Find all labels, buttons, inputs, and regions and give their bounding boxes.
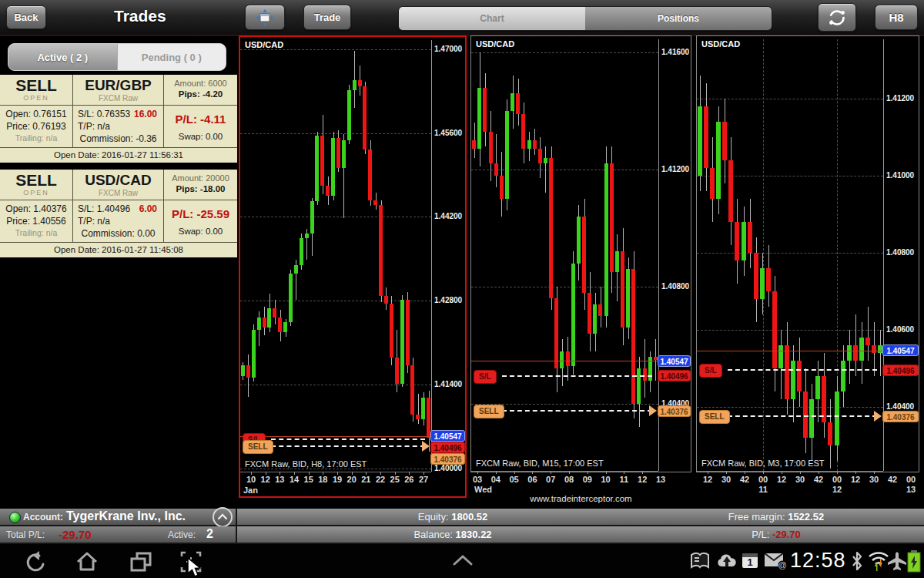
candle-down	[521, 114, 525, 150]
open-position-tag[interactable]: SELL	[699, 410, 730, 424]
open-position-tag[interactable]: SELL	[474, 405, 504, 418]
candle-up	[698, 106, 702, 176]
y-axis-line	[883, 39, 884, 471]
tab-active-orders[interactable]: Active ( 2 )	[8, 44, 118, 70]
candle-up	[511, 93, 514, 111]
x-tick-mark	[280, 472, 280, 475]
stop-loss-line	[728, 369, 877, 371]
orders-tabs: Active ( 2 ) Pending ( 0 )	[8, 43, 226, 71]
collapse-account-button[interactable]	[213, 507, 233, 527]
x-tick-label: 18	[318, 475, 327, 484]
memo-status-icon	[690, 552, 710, 570]
x-tick-label: 08	[564, 475, 574, 484]
chart-plot[interactable]: S/LSELL	[471, 36, 658, 473]
candle-down	[582, 217, 586, 293]
candle-up	[571, 264, 575, 366]
stop-loss-price-label: 1.40496	[658, 370, 691, 381]
candle-down	[828, 422, 832, 445]
recent-apps-icon[interactable]	[128, 550, 154, 573]
current-price-line	[697, 351, 883, 351]
position-amount-cell: Amount: 20000Pips: -18.00	[164, 170, 237, 200]
x-tick-mark	[624, 471, 624, 474]
price-price-label: 1.40547	[658, 355, 691, 367]
x-tick-label: 19	[333, 475, 342, 484]
chevron-up-icon[interactable]	[451, 553, 474, 567]
tab-pending-orders[interactable]: Pending ( 0 )	[118, 44, 226, 70]
stop-loss-tag[interactable]: S/L	[474, 370, 497, 384]
stop-loss-price-label: 1.40496	[430, 442, 465, 453]
chart-panel-h8[interactable]: S/LSELL1.470001.456001.442001.428001.414…	[239, 35, 467, 498]
stop-loss-tag[interactable]: S/L	[699, 364, 722, 378]
x-tick-label: 30	[869, 475, 879, 484]
free-margin-field: Free margin: 1522.52	[622, 511, 924, 523]
timeframe-button[interactable]: H8	[875, 5, 918, 30]
tab-positions[interactable]: Positions	[585, 7, 772, 30]
chart-symbol: USD/CAD	[701, 39, 740, 49]
candle-up	[347, 90, 351, 140]
chart-plot[interactable]: S/LSELL	[240, 37, 431, 499]
email-at-glyph: @	[778, 560, 786, 570]
chart-panel-m15[interactable]: S/LSELL1.416001.412001.408001.404001.405…	[470, 35, 691, 472]
home-nav-icon[interactable]	[74, 549, 100, 573]
candle-up	[716, 122, 721, 199]
position-pl: P/L: -25.59	[166, 207, 236, 220]
position-levels-cell: S/L: 0.7635316.00T/P: n/aCommission: -0.…	[73, 105, 164, 147]
candle-up	[400, 300, 404, 384]
x-tick-label: 10	[601, 475, 610, 484]
y-tick-label: 1.47000	[434, 45, 462, 54]
candle-up	[300, 238, 303, 265]
candle-down	[566, 351, 570, 366]
candle-up	[604, 163, 608, 316]
candle-down	[803, 391, 808, 438]
x-tick-mark	[855, 471, 856, 474]
candle-wick	[354, 51, 355, 108]
android-nav-bar: 1 @ 12:58	[0, 544, 924, 578]
position-card[interactable]: SELLOPENEUR/GBPFXCM RawAmount: 6000Pips:…	[0, 73, 237, 164]
active-count-value: 2	[206, 527, 213, 541]
back-nav-icon[interactable]	[20, 550, 46, 573]
position-arrow-icon	[874, 411, 882, 422]
page-title: Trades	[114, 7, 166, 25]
trade-button[interactable]: Trade	[303, 5, 351, 30]
position-amount: Amount: 6000	[166, 79, 236, 88]
refresh-button[interactable]	[818, 3, 856, 32]
candle-down	[785, 345, 789, 399]
stop-loss-price-label: 1.40496	[882, 365, 919, 376]
account-label: Account:	[23, 512, 63, 523]
calendar-status-icon: 1	[741, 551, 759, 570]
tab-chart[interactable]: Chart	[399, 7, 585, 30]
candle-up	[593, 304, 597, 334]
calendar-day: 1	[747, 556, 752, 568]
x-tick-mark	[366, 472, 367, 475]
position-trailing: Trailing: n/a	[2, 133, 71, 144]
candle-up	[809, 399, 814, 438]
open-position-tag[interactable]: SELL	[243, 440, 273, 454]
candle-up	[241, 365, 245, 375]
candle-wick	[655, 339, 656, 380]
x-tick-mark	[323, 472, 323, 475]
position-side-cell: SELLOPEN	[0, 75, 73, 105]
candle-down	[494, 163, 498, 175]
candle-up	[544, 158, 547, 164]
chart-plot[interactable]: S/LSELL	[697, 36, 883, 473]
x-tick-label: 21	[361, 475, 370, 484]
position-card[interactable]: SELLOPENUSD/CADFXCM RawAmount: 20000Pips…	[0, 168, 237, 259]
x-tick-mark	[782, 471, 782, 474]
candle-down	[588, 293, 591, 334]
price-price-label: 1.40547	[430, 430, 465, 442]
candle-down	[728, 160, 733, 222]
trade-interceptor-screen: { "topbar": { "back_label": "Back", "tit…	[0, 0, 924, 578]
expand-chart-button[interactable]	[245, 5, 285, 30]
x-sub-label: Jan	[243, 486, 258, 495]
chart-panel-m3[interactable]: S/LSELL1.412001.410001.408001.406001.404…	[696, 35, 919, 472]
x-tick-label: 30	[795, 475, 805, 484]
position-broker: FXCM Raw	[75, 94, 162, 102]
y-tick-label: 1.44200	[434, 212, 462, 221]
email-status-icon: @	[764, 553, 787, 570]
x-tick-label: 42	[814, 475, 823, 484]
x-tick-label: 15	[304, 475, 313, 484]
position-sl: S/L: 0.76353	[78, 108, 130, 120]
position-open-date: Open Date: 2016-01-27 11:45:08	[0, 242, 237, 257]
back-button[interactable]: Back	[6, 5, 46, 29]
x-tick-mark	[266, 472, 266, 475]
